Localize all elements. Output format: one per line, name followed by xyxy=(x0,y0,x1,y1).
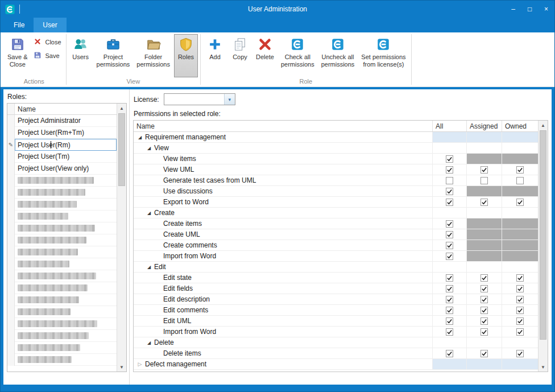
checkbox-checked[interactable] xyxy=(446,199,453,206)
checkbox-checked[interactable] xyxy=(446,317,453,325)
role-list-item[interactable] xyxy=(7,282,117,294)
permission-row[interactable]: View items xyxy=(134,154,538,164)
checkbox-checked[interactable] xyxy=(446,328,453,336)
maximize-icon[interactable]: □ xyxy=(521,1,538,18)
role-list-item[interactable] xyxy=(7,258,117,270)
checkbox-checked[interactable] xyxy=(516,317,524,325)
minimize-icon[interactable]: – xyxy=(505,1,521,18)
permission-row[interactable]: Export to Word xyxy=(134,197,538,208)
column-header-assigned[interactable]: Assigned xyxy=(467,121,502,131)
checkbox-unchecked[interactable] xyxy=(481,177,488,184)
permission-row[interactable]: Import from Word xyxy=(134,251,538,262)
checkbox-checked[interactable] xyxy=(446,231,453,238)
close-icon[interactable]: × xyxy=(538,1,554,18)
roles-scrollbar-thumb[interactable] xyxy=(118,113,125,186)
ribbon-button-folder-permissions[interactable]: Folder permissions xyxy=(134,34,173,77)
ribbon-button-save[interactable]: Save xyxy=(31,51,63,60)
checkbox-checked[interactable] xyxy=(516,199,524,206)
checkbox-checked[interactable] xyxy=(481,296,488,303)
checkbox-checked[interactable] xyxy=(481,274,488,282)
checkbox-checked[interactable] xyxy=(446,307,453,314)
checkbox-checked[interactable] xyxy=(446,155,453,163)
permission-row[interactable]: Delete items xyxy=(134,348,538,359)
permission-row[interactable]: ◢Requirement management xyxy=(134,132,538,143)
checkbox-checked[interactable] xyxy=(516,350,524,357)
role-list-item[interactable] xyxy=(7,342,117,354)
checkbox-checked[interactable] xyxy=(516,166,524,174)
column-header-name[interactable]: Name xyxy=(134,121,433,131)
permission-row[interactable]: Use discussions xyxy=(134,186,538,197)
expander-expanded-icon[interactable]: ◢ xyxy=(136,135,143,140)
checkbox-checked[interactable] xyxy=(516,285,524,292)
role-list-item[interactable]: Project User(View only) xyxy=(7,163,117,175)
checkbox-unchecked[interactable] xyxy=(516,177,524,184)
checkbox-checked[interactable] xyxy=(481,350,488,357)
scroll-up-icon[interactable]: ▲ xyxy=(539,121,548,130)
expander-expanded-icon[interactable]: ◢ xyxy=(146,340,152,345)
role-list-item[interactable]: Project User(Rm+Tm) xyxy=(7,127,117,139)
permission-row[interactable]: Generate test cases from UML xyxy=(134,175,538,186)
role-list-item[interactable] xyxy=(7,354,117,366)
ribbon-button-users[interactable]: Users xyxy=(69,34,93,77)
role-list-item[interactable]: Project Administrator xyxy=(7,115,117,127)
permission-row[interactable]: Create UML xyxy=(134,229,538,240)
checkbox-checked[interactable] xyxy=(446,285,453,292)
permission-row[interactable]: Import from Word xyxy=(134,327,538,337)
ribbon-button-set-permissions-from-license-s[interactable]: Set permissions from license(s) xyxy=(358,34,408,77)
column-header-all[interactable]: All xyxy=(433,121,467,131)
role-list-item[interactable] xyxy=(7,246,117,258)
ribbon-button-project-permissions[interactable]: Project permissions xyxy=(94,34,133,77)
roles-name-column-header[interactable]: Name xyxy=(15,104,117,114)
column-header-owned[interactable]: Owned xyxy=(502,121,538,131)
permission-row[interactable]: Create comments xyxy=(134,240,538,251)
checkbox-checked[interactable] xyxy=(446,274,453,282)
checkbox-checked[interactable] xyxy=(446,350,453,357)
checkbox-checked[interactable] xyxy=(516,296,524,303)
permission-row[interactable]: ◢Delete xyxy=(134,337,538,348)
scroll-down-icon[interactable]: ▼ xyxy=(539,362,548,372)
role-list-item[interactable] xyxy=(7,199,117,211)
roles-scrollbar[interactable]: ▲ ▼ xyxy=(117,104,126,372)
permissions-scrollbar-thumb[interactable] xyxy=(540,130,546,340)
ribbon-button-uncheck-all-permissions[interactable]: Uncheck all permissions xyxy=(318,34,358,77)
role-list-item[interactable] xyxy=(7,234,117,246)
permission-row[interactable]: View UML xyxy=(134,164,538,175)
expander-collapsed-icon[interactable]: ▷ xyxy=(136,361,143,367)
roles-scrollbar-track[interactable] xyxy=(117,113,126,362)
permissions-scrollbar[interactable]: ▲ ▼ xyxy=(538,121,548,372)
permission-row[interactable]: Edit description xyxy=(134,294,538,305)
permissions-scrollbar-track[interactable] xyxy=(539,130,548,362)
checkbox-unchecked[interactable] xyxy=(446,177,453,184)
expander-expanded-icon[interactable]: ◢ xyxy=(146,211,152,216)
checkbox-checked[interactable] xyxy=(481,285,488,292)
tab-file[interactable]: File xyxy=(5,18,34,32)
license-combobox[interactable]: ▾ xyxy=(164,93,235,105)
role-list-item[interactable] xyxy=(7,187,117,199)
ribbon-button-save-close[interactable]: Save & Close xyxy=(5,34,30,77)
permission-row[interactable]: ▷Defect management xyxy=(134,359,538,370)
scroll-down-icon[interactable]: ▼ xyxy=(117,362,126,372)
permission-row[interactable]: ◢Edit xyxy=(134,262,538,273)
role-list-item[interactable] xyxy=(7,306,117,318)
permission-row[interactable]: Create items xyxy=(134,218,538,229)
role-list-item[interactable] xyxy=(7,294,117,306)
permission-row[interactable]: Edit fields xyxy=(134,283,538,294)
ribbon-button-close[interactable]: Close xyxy=(31,37,63,47)
permission-row[interactable]: Edit UML xyxy=(134,316,538,327)
checkbox-checked[interactable] xyxy=(516,274,524,282)
role-list-item[interactable] xyxy=(7,175,117,187)
expander-expanded-icon[interactable]: ◢ xyxy=(146,265,152,270)
role-list-item[interactable] xyxy=(7,211,117,222)
checkbox-checked[interactable] xyxy=(516,328,524,336)
role-list-item-editing[interactable]: ✎Project User(Rm) xyxy=(7,139,117,151)
scroll-up-icon[interactable]: ▲ xyxy=(117,104,126,113)
role-list-item[interactable] xyxy=(7,222,117,234)
chevron-down-icon[interactable]: ▾ xyxy=(224,94,235,105)
ribbon-button-add[interactable]: Add xyxy=(203,34,227,77)
checkbox-checked[interactable] xyxy=(516,307,524,314)
checkbox-checked[interactable] xyxy=(446,166,453,174)
checkbox-checked[interactable] xyxy=(481,166,488,174)
checkbox-checked[interactable] xyxy=(481,317,488,325)
ribbon-button-copy[interactable]: Copy xyxy=(228,34,252,77)
checkbox-checked[interactable] xyxy=(446,220,453,228)
